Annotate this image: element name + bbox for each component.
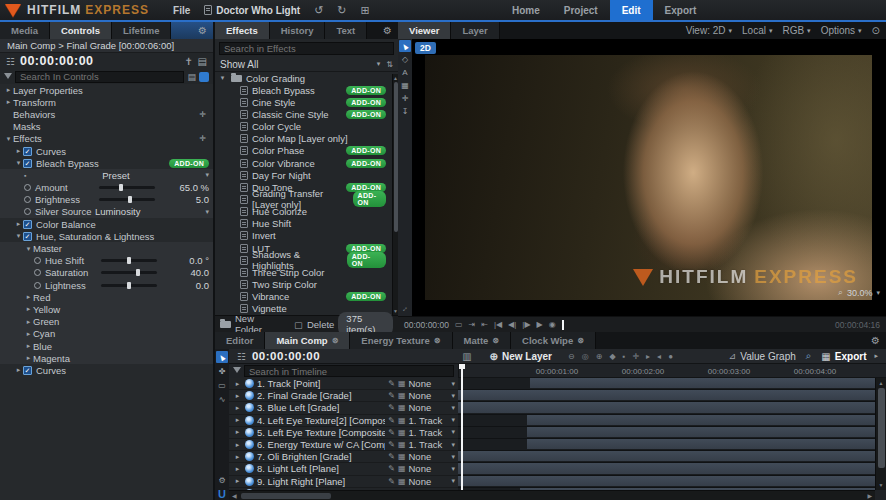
video-preview[interactable]: HITFILM EXPRESS [425, 55, 872, 300]
clip-lane-6[interactable] [458, 439, 875, 451]
chevron-right-icon[interactable]: ▸ [24, 305, 33, 313]
edit-pencil-icon[interactable]: ✎ [388, 379, 395, 388]
param-value[interactable]: 0.0 [196, 280, 209, 291]
track-source-select[interactable]: None [408, 402, 448, 413]
chevron-right-icon[interactable]: ▸ [233, 441, 242, 449]
close-icon[interactable]: ⊗ [577, 336, 584, 345]
chevron-right-icon[interactable]: ▸ [4, 86, 13, 94]
matte-grid-icon[interactable]: ▦ [398, 477, 406, 486]
timeline-tab-clock-wipe[interactable]: Clock Wipe⊗ [511, 332, 596, 349]
effects-tab-history[interactable]: History [270, 22, 326, 39]
file-menu[interactable]: File [173, 5, 190, 16]
track-row-6[interactable]: ▸6. Energy Texture w/ CA [Composite]✎▦1.… [229, 439, 458, 451]
snapshot-icon[interactable]: ▥ [462, 351, 471, 362]
tree-row-blue[interactable]: ▸Blue [0, 340, 213, 352]
track-row-7[interactable]: ▸7. Oli Brighten [Grade]✎▦None▾ [229, 451, 458, 463]
edit-pencil-icon[interactable]: ✎ [388, 477, 395, 486]
chevron-right-icon[interactable]: ▸ [24, 342, 33, 350]
timeline-tab-main-comp[interactable]: Main Comp⊗ [265, 332, 350, 349]
select-tool-icon[interactable]: ▲ [399, 40, 411, 52]
visibility-eye-icon[interactable] [245, 477, 254, 486]
chevron-right-icon[interactable]: ▸ [233, 416, 242, 424]
sort-icon[interactable]: ⇅ [386, 60, 393, 69]
main-tab-project[interactable]: Project [552, 0, 610, 20]
effects-tab-effects[interactable]: Effects [215, 22, 270, 39]
tree-row-hue-saturation-lightness[interactable]: ▾✓Hue, Saturation & Lightness [0, 230, 213, 242]
scroll-right-icon[interactable]: ▶ [864, 492, 875, 499]
chevron-right-icon[interactable]: ▸ [233, 380, 242, 388]
effect-item-vibrance[interactable]: VibranceADD-ON [215, 291, 398, 303]
tree-row-amount[interactable]: Amount65.0 % [0, 182, 213, 194]
param-slider[interactable] [99, 198, 155, 201]
track-source-select[interactable]: None [408, 451, 448, 462]
add-keyframe-icon[interactable]: ▪ [623, 352, 626, 361]
tree-row-brightness[interactable]: Brightness5.0 [0, 194, 213, 206]
tree-row-master[interactable]: ▾Master [0, 242, 213, 254]
chevron-down-icon[interactable]: ▾ [14, 159, 23, 167]
main-tab-export[interactable]: Export [653, 0, 709, 20]
settings-gear-icon[interactable]: ⚙ [216, 474, 228, 486]
clip-lane-5[interactable] [458, 427, 875, 439]
chevron-right-icon[interactable]: ▸ [233, 465, 242, 473]
effects-tab-text[interactable]: Text [325, 22, 367, 39]
marker-icon[interactable]: ● [668, 352, 673, 361]
mode-2d-badge[interactable]: 2D [415, 42, 436, 54]
chevron-right-icon[interactable]: ▸ [233, 404, 242, 412]
zoom-out-icon[interactable]: ⊖ [568, 352, 575, 361]
track-row-5[interactable]: ▸5. Left Eye Texture [Composite]✎▦1. Tra… [229, 427, 458, 439]
effect-checkbox[interactable]: ✓ [23, 366, 32, 375]
track-row-1[interactable]: ▸1. Track [Point]✎▦None▾ [229, 378, 458, 390]
edit-pencil-icon[interactable]: ✎ [388, 440, 395, 449]
viewer-tab-layer[interactable]: Layer [451, 22, 499, 39]
orbit-tool-icon[interactable]: ◇ [399, 53, 411, 65]
viewer-tab-viewer[interactable]: Viewer [398, 22, 451, 39]
chevron-down-icon[interactable]: ▾ [4, 135, 13, 143]
chevron-down-icon[interactable]: ▾ [451, 416, 455, 424]
track-row-8[interactable]: ▸8. Light Left [Plane]✎▦None▾ [229, 463, 458, 475]
edit-pencil-icon[interactable]: ✎ [388, 464, 395, 473]
controls-tab-media[interactable]: Media [0, 22, 50, 39]
matte-grid-icon[interactable]: ▦ [398, 379, 406, 388]
chevron-down-icon[interactable]: ▾ [451, 380, 455, 388]
close-icon[interactable]: ⊗ [492, 336, 499, 345]
tree-row-lightness[interactable]: Lightness0.0 [0, 279, 213, 291]
tree-row-saturation[interactable]: Saturation40.0 [0, 267, 213, 279]
next-keyframe-icon[interactable]: ▸ [646, 352, 650, 361]
clip-lane-8[interactable] [458, 463, 875, 475]
controls-timecode[interactable]: 00:00:00:00 [20, 54, 94, 68]
keyframe-toggle[interactable] [34, 257, 41, 264]
effect-checkbox[interactable]: ✓ [23, 232, 32, 241]
workspace-icon[interactable]: ⊞ [361, 4, 370, 17]
timeline-tab-energy-texture[interactable]: Energy Texture⊗ [350, 332, 452, 349]
zoom-in-icon[interactable]: ⊕ [596, 352, 603, 361]
mask-tool-icon[interactable]: ▦ [399, 79, 411, 91]
main-tab-edit[interactable]: Edit [610, 0, 653, 20]
effect-item-hue-shift[interactable]: Hue Shift [215, 218, 398, 230]
new-layer-button[interactable]: ⊕ New Layer [490, 351, 552, 362]
keyframe-toggle[interactable] [24, 196, 31, 203]
chevron-down-icon[interactable]: ▾ [451, 453, 455, 461]
delete-button[interactable]: Delete [307, 319, 334, 330]
matte-grid-icon[interactable]: ▦ [398, 428, 406, 437]
layer-clip[interactable] [527, 439, 875, 449]
go-to-start-icon[interactable]: |◀ [494, 320, 502, 329]
visibility-eye-icon[interactable] [245, 428, 254, 437]
track-source-select[interactable]: None [408, 476, 448, 487]
tree-row-green[interactable]: ▸Green [0, 316, 213, 328]
effect-item-cine-style[interactable]: Cine StyleADD-ON [215, 96, 398, 108]
tree-row-masks[interactable]: Masks [0, 121, 213, 133]
layer-clip[interactable] [527, 427, 875, 437]
timeline-clips[interactable] [458, 378, 875, 490]
param-value[interactable]: 5.0 [196, 194, 209, 205]
effect-item-shadows-highlights[interactable]: Shadows & HighlightsADD-ON [215, 254, 398, 266]
viewer-stage[interactable]: HITFILM EXPRESS ⌕ 30.0% ▾ [412, 39, 886, 316]
effect-item-color-map-layer-only-[interactable]: Color Map [Layer only] [215, 133, 398, 145]
edit-pencil-icon[interactable]: ✎ [388, 428, 395, 437]
visibility-eye-icon[interactable] [245, 403, 254, 412]
param-select[interactable]: Luminosity [95, 206, 140, 217]
add-icon[interactable]: ✛ [199, 134, 206, 143]
clip-lane-4[interactable] [458, 415, 875, 427]
effect-checkbox[interactable]: ✓ [23, 159, 32, 168]
track-source-select[interactable]: 1. Track [408, 439, 448, 450]
stop-icon[interactable]: ◉ [549, 320, 556, 329]
